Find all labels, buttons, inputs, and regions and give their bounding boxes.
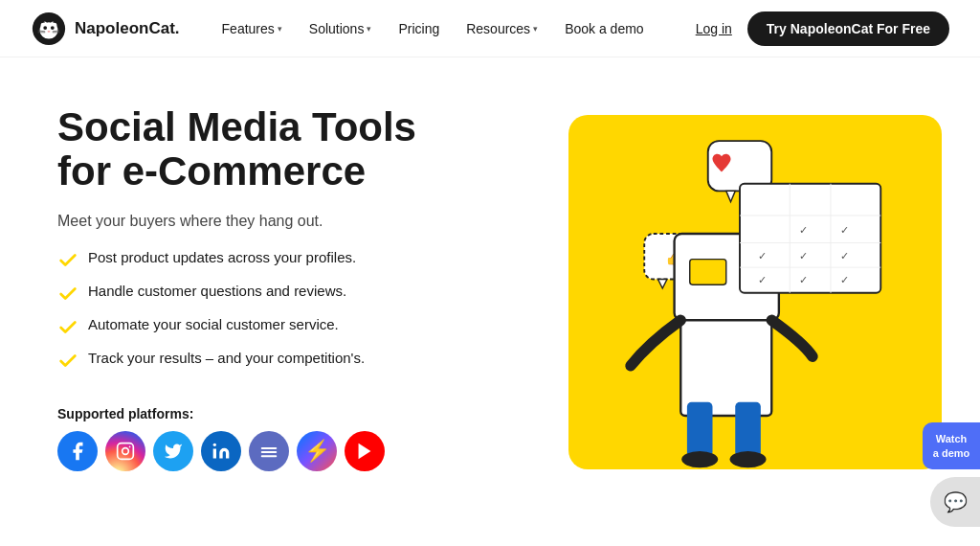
buffer-icon[interactable] [249,431,289,471]
svg-text:✓: ✓ [758,250,767,262]
features-list: Post product updates across your profile… [57,249,521,383]
hero-image: 👍 [540,125,903,489]
hero-illustration: 👍 [521,96,923,517]
logo[interactable]: NapoleonCat. [31,11,180,47]
feature-item: Post product updates across your profile… [57,249,521,271]
svg-point-32 [730,451,767,467]
nav-actions: Log in Try NapoleonCat For Free [696,11,949,46]
svg-rect-18 [261,451,278,453]
svg-rect-29 [687,402,713,457]
svg-rect-19 [261,456,278,458]
checkmark-icon [57,317,78,338]
chat-button[interactable]: 💬 [930,477,980,527]
watch-demo-button[interactable]: Watch a demo [923,422,980,469]
checkmark-icon [57,284,78,305]
navbar: NapoleonCat. Features ▾ Solutions ▾ Pric… [0,0,980,57]
hero-content: Social Media Tools for e-Commerce Meet y… [57,96,521,517]
checkmark-icon [57,351,78,372]
linkedin-icon[interactable] [201,431,241,471]
svg-rect-17 [261,447,278,449]
messenger-icon[interactable]: ⚡ [297,431,337,471]
svg-text:✓: ✓ [799,274,808,285]
youtube-icon[interactable] [345,431,385,471]
svg-marker-20 [359,444,371,460]
svg-text:✓: ✓ [758,274,767,285]
svg-text:✓: ✓ [840,274,849,285]
chevron-down-icon: ▾ [278,24,282,34]
svg-text:✓: ✓ [840,224,849,236]
logo-icon [31,11,67,47]
svg-rect-13 [118,444,134,460]
svg-point-7 [51,26,55,30]
instagram-icon[interactable] [105,431,145,471]
checkmark-icon [57,250,78,271]
svg-rect-30 [735,402,761,457]
chat-icon: 💬 [944,490,968,513]
feature-item: Track your results – and your competitio… [57,350,521,372]
svg-point-15 [129,446,131,448]
facebook-icon[interactable] [57,431,98,471]
nav-resources[interactable]: Resources ▾ [455,13,549,44]
svg-text:✓: ✓ [840,250,849,262]
svg-text:✓: ✓ [799,224,808,236]
logo-text: NapoleonCat. [75,19,180,38]
hero-subtitle: Meet your buyers where they hang out. [57,213,521,230]
nav-book-demo[interactable]: Book a demo [553,13,656,44]
hero-section: Social Media Tools for e-Commerce Meet y… [0,57,980,546]
nav-solutions[interactable]: Solutions ▾ [298,13,384,44]
hero-title: Social Media Tools for e-Commerce [57,105,521,193]
feature-item: Handle customer questions and reviews. [57,283,521,305]
svg-point-16 [213,444,216,446]
svg-marker-24 [658,280,668,289]
nav-features[interactable]: Features ▾ [211,13,294,44]
svg-point-14 [122,448,129,455]
chevron-down-icon: ▾ [533,24,538,34]
svg-marker-22 [726,191,736,201]
chevron-down-icon: ▾ [367,24,371,34]
svg-rect-28 [690,260,726,285]
login-link[interactable]: Log in [696,21,732,36]
platforms-label: Supported platforms: [57,406,521,421]
svg-text:✓: ✓ [799,250,808,262]
svg-point-6 [43,26,47,30]
platform-icons: ⚡ [57,431,521,471]
svg-point-31 [681,451,718,467]
feature-item: Automate your social customer service. [57,316,521,338]
twitter-icon[interactable] [153,431,193,471]
svg-point-8 [48,30,51,32]
nav-links: Features ▾ Solutions ▾ Pricing Resources… [211,13,696,44]
cta-button[interactable]: Try NapoleonCat For Free [747,11,949,46]
nav-pricing[interactable]: Pricing [387,13,451,44]
